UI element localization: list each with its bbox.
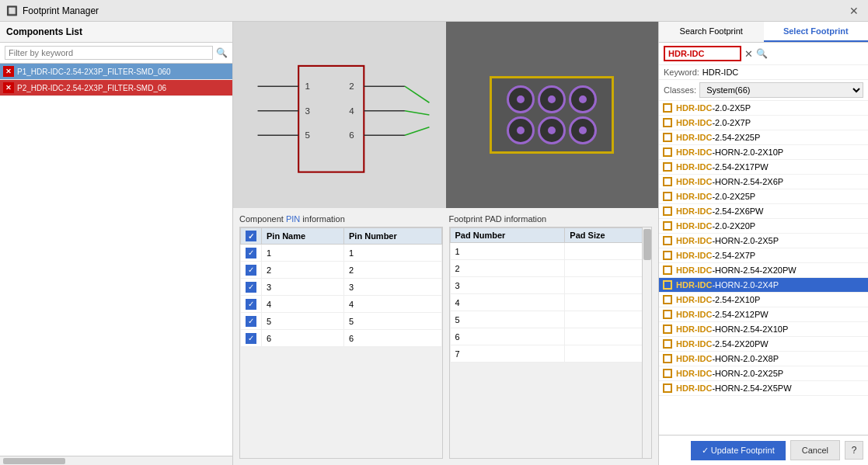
pad-size [565,277,651,294]
update-footprint-button[interactable]: ✓ Update Footprint [691,441,786,460]
footprint-item[interactable]: HDR-IDC-2.54-2X20PW [659,337,868,352]
footprint-icon [662,353,673,364]
component-item[interactable]: ✕ P2_HDR-IDC-2.54-2X3P_FILTER-SMD_06 [0,80,232,96]
footprint-icon [662,147,673,158]
pin-row: ✓ 1 1 [241,245,442,262]
footprint-list: HDR-IDC-2.0-2X5P HDR-IDC-2.0-2X7P HDR-ID… [659,101,868,435]
pad-table-scrollbar[interactable] [642,227,651,458]
title-bar: 🔲 Footprint Manager [6,5,99,16]
help-button[interactable]: ? [845,441,863,460]
footprint-icon [662,132,673,143]
pad-table-section: Footprint PAD information Pad Number Pad… [449,214,653,459]
pin-number-header: Pin Number [344,228,441,245]
right-panel: Search Footprint Select Footprint ✕ 🔍 Ke… [658,22,868,465]
footprint-item[interactable]: HDR-IDC-2.54-2X17PW [659,160,868,175]
pcb-pad [507,116,535,144]
footprint-item[interactable]: HDR-IDC-2.54-2X7P [659,248,868,263]
search-footprint-icon[interactable]: 🔍 [756,48,768,59]
search-icon[interactable]: 🔍 [216,47,228,58]
pin-number-cell: 1 [344,245,441,262]
pad-size [565,260,651,277]
footprint-icon [662,368,673,379]
pin-checkbox[interactable]: ✓ [246,265,256,276]
tab-select-footprint[interactable]: Select Footprint [764,22,869,42]
footprint-label: HDR-IDC-2.0-2X5P [676,103,751,113]
pin-checkbox[interactable]: ✓ [246,316,256,327]
preview-area: 1 3 5 2 4 6 [233,22,658,208]
footprint-label: HDR-IDC-HORN-2.54-2X6P [676,177,783,186]
footprint-icon [662,279,673,290]
svg-text:1: 1 [305,82,310,91]
pcb-pad [569,116,597,144]
footprint-item[interactable]: HDR-IDC-HORN-2.0-2X8P [659,352,868,366]
footprint-item[interactable]: HDR-IDC-2.54-2X12PW [659,307,868,322]
pin-checkbox[interactable]: ✓ [246,282,256,293]
footprint-item[interactable]: HDR-IDC-2.54-2X6PW [659,204,868,219]
svg-text:3: 3 [305,106,310,116]
filter-input[interactable] [5,46,213,60]
pcb-pads-grid [507,85,597,144]
footprint-item[interactable]: HDR-IDC-2.54-2X10P [659,293,868,307]
footprint-item[interactable]: HDR-IDC-HORN-2.54-2X5PW [659,381,868,396]
horizontal-scrollbar[interactable] [0,456,232,465]
pin-checkbox[interactable]: ✓ [246,248,256,259]
pcb-pad [538,85,566,113]
footprint-icon [662,220,673,231]
close-button[interactable]: ✕ [846,5,862,17]
pad-size [565,345,651,363]
tables-area: Component PIN information ✓ Pin Name Pin… [233,208,658,465]
footprint-item[interactable]: HDR-IDC-HORN-2.54-2X6P [659,175,868,189]
footprint-item-selected[interactable]: HDR-IDC-HORN-2.0-2X4P [659,278,868,293]
footprint-item[interactable]: HDR-IDC-2.0-2X7P [659,116,868,130]
classes-select[interactable]: System(66) [699,82,863,98]
svg-text:5: 5 [305,131,310,141]
app-title: Footprint Manager [23,5,99,16]
scrollbar-thumb[interactable] [643,229,651,260]
pin-row: ✓ 6 6 [241,330,442,347]
classes-label: Classes: [664,85,696,95]
footprint-label: HDR-IDC-2.54-2X20PW [676,339,769,349]
footprint-icon [662,338,673,349]
footprint-search-input[interactable] [664,46,741,61]
pin-check-header: ✓ [241,228,262,245]
app-icon: 🔲 [6,5,18,16]
pin-row: ✓ 3 3 [241,279,442,296]
footprint-label: HDR-IDC-2.54-2X10P [676,295,760,304]
footprint-item[interactable]: HDR-IDC-2.0-2X20P [659,219,868,234]
component-item[interactable]: ✕ P1_HDR-IDC-2.54-2X3P_FILTER-SMD_060 [0,64,232,80]
footprint-item[interactable]: HDR-IDC-HORN-2.0-2X5P [659,234,868,248]
scrollbar-thumb[interactable] [3,458,65,464]
pin-checkbox[interactable]: ✓ [246,333,256,344]
pad-row: 2 [450,260,651,277]
footprint-item[interactable]: HDR-IDC-2.54-2X25P [659,130,868,145]
cancel-button[interactable]: Cancel [790,440,840,460]
clear-search-icon[interactable]: ✕ [744,48,753,60]
footprint-icon [662,206,673,217]
footprint-item[interactable]: HDR-IDC-HORN-2.54-2X10P [659,322,868,337]
footprint-icon [662,309,673,320]
comp-error-icon: ✕ [3,66,14,77]
pin-name-header: Pin Name [262,228,344,245]
footprint-search-row: ✕ 🔍 [659,43,868,65]
footprint-item[interactable]: HDR-IDC-HORN-2.0-2X10P [659,145,868,160]
pad-size-header: Pad Size [565,228,651,243]
pin-number-cell: 3 [344,279,441,296]
pad-num: 5 [450,311,565,328]
pcb-pad [507,85,535,113]
pin-table-title: Component PIN information [239,214,443,224]
footprint-icon [662,117,673,128]
pin-checkbox[interactable]: ✓ [246,299,256,310]
footprint-icon [662,102,673,113]
footprint-item[interactable]: HDR-IDC-2.0-2X5P [659,101,868,116]
header-checkbox[interactable]: ✓ [246,231,256,241]
pin-name-cell: 6 [262,330,344,347]
footprint-item[interactable]: HDR-IDC-HORN-2.54-2X20PW [659,263,868,278]
pad-size [565,294,651,311]
svg-text:4: 4 [349,106,354,116]
footprint-icon [662,161,673,172]
footprint-item[interactable]: HDR-IDC-HORN-2.0-2X25P [659,366,868,381]
footprint-label: HDR-IDC-2.0-2X20P [676,221,755,231]
comp-error-icon: ✕ [3,82,14,93]
footprint-item[interactable]: HDR-IDC-2.0-2X25P [659,189,868,204]
tab-search-footprint[interactable]: Search Footprint [659,22,764,42]
